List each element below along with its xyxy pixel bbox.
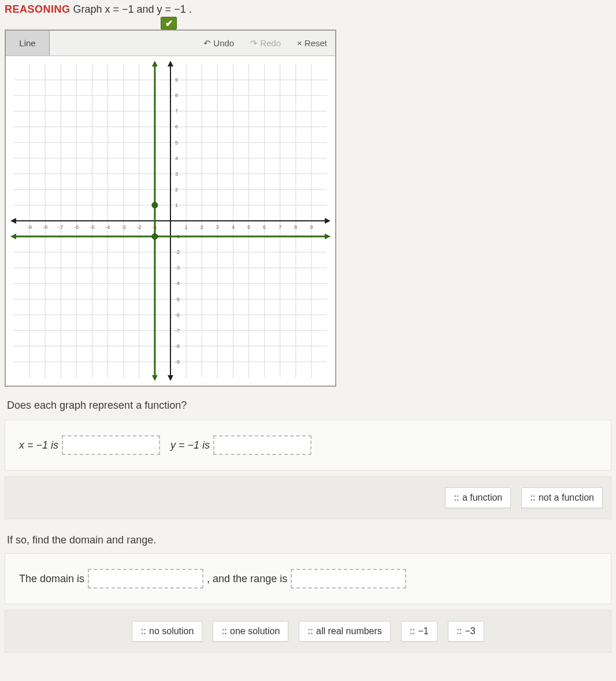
chip-all-real-numbers[interactable]: :: all real numbers (299, 621, 390, 642)
svg-text:8: 8 (175, 92, 178, 98)
graph-widget: Line ↶ Undo ↷ Redo × Reset -9-8-7-6-5-4-… (5, 29, 336, 387)
coordinate-plane[interactable]: -9-8-7-6-5-4-3-2-1123456789-9-8-7-6-5-4-… (8, 58, 333, 383)
svg-text:-8: -8 (43, 224, 47, 230)
svg-text:-9: -9 (175, 359, 180, 365)
chip-label: no solution (149, 626, 194, 636)
chip-no-solution[interactable]: :: no solution (132, 621, 202, 642)
eq-y-label: y = −1 is (170, 439, 210, 451)
question-1-text: Does each graph represent a function? (0, 395, 616, 420)
range-label: , and the range is (207, 573, 287, 585)
svg-text:-9: -9 (27, 224, 32, 230)
svg-point-87 (152, 234, 158, 239)
svg-text:9: 9 (310, 224, 313, 230)
svg-marker-82 (152, 61, 158, 66)
tool-line-label: Line (19, 38, 35, 48)
prompt-text: Graph x = −1 and y = −1 . (70, 3, 192, 15)
svg-marker-42 (168, 61, 173, 66)
svg-text:5: 5 (247, 224, 250, 230)
eq-x-label: x = −1 is (19, 439, 58, 451)
drag-handle-icon: :: (454, 493, 459, 503)
reset-button[interactable]: × Reset (289, 31, 335, 55)
reasoning-label: REASONING (5, 3, 70, 15)
graph-toolbar: Line ↶ Undo ↷ Redo × Reset (6, 31, 335, 56)
chip-bar-2: :: no solution :: one solution :: all re… (5, 610, 611, 653)
svg-text:-7: -7 (58, 224, 63, 230)
chip-a-function[interactable]: :: a function (445, 487, 511, 508)
svg-text:-6: -6 (74, 224, 79, 230)
svg-text:1: 1 (185, 224, 188, 230)
tool-line-button[interactable]: Line (6, 31, 50, 55)
svg-text:4: 4 (232, 224, 235, 230)
question-header: REASONING Graph x = −1 and y = −1 . (0, 0, 616, 17)
svg-text:-4: -4 (106, 224, 110, 230)
svg-marker-85 (10, 234, 16, 239)
chip-label: all real numbers (316, 626, 382, 636)
undo-label: Undo (213, 38, 234, 48)
undo-icon: ↶ (203, 38, 211, 49)
svg-text:2: 2 (201, 224, 203, 230)
chip-label: a function (462, 493, 502, 503)
svg-text:-6: -6 (175, 312, 180, 318)
svg-marker-40 (325, 218, 331, 224)
svg-marker-43 (168, 375, 173, 381)
reset-label: Reset (305, 38, 327, 48)
dropzone-domain[interactable] (88, 569, 203, 589)
svg-text:-3: -3 (175, 265, 180, 271)
chip-one-solution[interactable]: :: one solution (213, 621, 288, 642)
svg-text:7: 7 (279, 224, 281, 230)
svg-text:2: 2 (175, 187, 178, 193)
svg-text:-7: -7 (175, 328, 180, 334)
drag-handle-icon: :: (221, 626, 227, 636)
chip-label: −3 (465, 626, 475, 636)
svg-text:-2: -2 (175, 249, 180, 255)
svg-marker-83 (152, 375, 158, 381)
redo-label: Redo (260, 38, 281, 48)
svg-text:5: 5 (175, 140, 178, 146)
check-icon: ✔ (161, 17, 177, 29)
svg-text:-4: -4 (175, 280, 180, 286)
redo-icon: ↷ (250, 38, 258, 49)
drag-handle-icon: :: (307, 626, 313, 636)
drag-handle-icon: :: (410, 626, 415, 636)
svg-text:3: 3 (175, 171, 178, 177)
dropzone-y-is[interactable] (213, 435, 311, 455)
svg-text:-3: -3 (121, 224, 126, 230)
svg-text:9: 9 (175, 77, 178, 83)
question-2-text: If so, find the domain and range. (0, 531, 616, 553)
svg-text:-8: -8 (175, 343, 180, 349)
chip-bar-1: :: a function :: not a function (5, 476, 611, 519)
fill-row-2: The domain is , and the range is (19, 569, 597, 589)
svg-text:4: 4 (175, 156, 178, 161)
svg-point-86 (152, 202, 158, 208)
domain-label: The domain is (19, 573, 84, 585)
drag-handle-icon: :: (140, 626, 146, 636)
svg-text:6: 6 (263, 224, 266, 230)
dropzone-x-is[interactable] (62, 435, 160, 455)
fill-row-1: x = −1 is y = −1 is (19, 435, 597, 455)
undo-button[interactable]: ↶ Undo (195, 31, 242, 55)
drag-handle-icon: :: (530, 493, 535, 503)
svg-marker-84 (325, 234, 331, 239)
chip-minus-3[interactable]: :: −3 (448, 621, 484, 642)
svg-text:-5: -5 (90, 224, 94, 230)
svg-text:7: 7 (175, 108, 178, 114)
chip-minus-1[interactable]: :: −1 (401, 621, 437, 642)
chip-label: one solution (230, 626, 280, 636)
graph-canvas-wrap: -9-8-7-6-5-4-3-2-1123456789-9-8-7-6-5-4-… (6, 56, 335, 386)
svg-text:6: 6 (175, 124, 178, 129)
dropzone-range[interactable] (291, 569, 406, 589)
close-icon: × (297, 38, 302, 48)
redo-button[interactable]: ↷ Redo (242, 31, 289, 55)
svg-text:3: 3 (216, 224, 219, 230)
chip-label: not a function (539, 493, 594, 503)
answer-panel-2: The domain is , and the range is (5, 553, 611, 604)
svg-text:-2: -2 (137, 224, 142, 230)
answer-panel-1: x = −1 is y = −1 is (5, 420, 611, 471)
chip-not-a-function[interactable]: :: not a function (521, 487, 603, 508)
chip-label: −1 (418, 626, 428, 636)
svg-text:-5: -5 (175, 297, 180, 302)
svg-text:8: 8 (294, 224, 297, 230)
svg-text:1: 1 (175, 202, 178, 208)
svg-marker-41 (10, 218, 16, 224)
toolbar-spacer (50, 31, 195, 55)
